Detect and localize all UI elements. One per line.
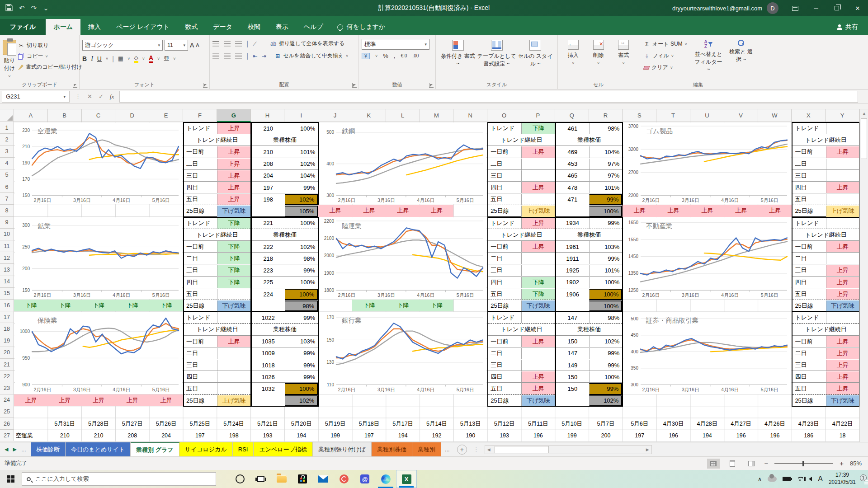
day-price[interactable]: 1902 (556, 277, 589, 288)
day-price[interactable]: 208 (252, 159, 285, 169)
strip-cell[interactable]: 下降 (48, 300, 82, 311)
column-header-L[interactable]: L (386, 109, 420, 122)
value-cell[interactable]: 190 (453, 430, 487, 441)
excel-taskbar-button[interactable]: X (396, 470, 417, 488)
day-label[interactable]: 二日 (488, 159, 521, 169)
current-pct[interactable]: 100% (285, 123, 318, 134)
day-price[interactable]: 1911 (556, 253, 589, 264)
row-header-27[interactable]: 27 (0, 430, 14, 441)
row-header-1[interactable]: 1 (0, 122, 14, 134)
date-cell[interactable]: 5月20日 (284, 418, 318, 430)
line25-value[interactable]: 下げ気味 (521, 395, 554, 406)
day-price[interactable]: 150 (556, 383, 589, 394)
row-header-5[interactable]: 5 (0, 169, 14, 181)
day-pct[interactable]: 99% (589, 348, 622, 359)
day-label[interactable]: 五日 (488, 194, 521, 205)
day-label[interactable]: 四日 (184, 371, 217, 382)
line25-value[interactable]: 下げ気味 (217, 206, 250, 216)
day-pct[interactable]: 99% (589, 194, 622, 205)
sheet-tab-業種別 グラフ[interactable]: 業種別 グラフ (131, 442, 179, 456)
row-header-13[interactable]: 13 (0, 264, 14, 276)
chart-空運業[interactable]: 2302101901701502月16日3月16日4月16日5月16日空運業 (15, 122, 182, 204)
format-as-table-button[interactable]: テーブルとして 書式設定 ~ (477, 37, 516, 79)
day-label[interactable]: 三日 (184, 360, 217, 371)
account-email[interactable]: dryyourtearswithlove1@gmail.com (672, 5, 762, 12)
current-price[interactable]: 221 (252, 218, 285, 229)
column-header-M[interactable]: M (420, 109, 454, 122)
line25-label[interactable]: 25日線 (793, 300, 826, 311)
day-pct[interactable]: 102% (285, 159, 318, 169)
day-pct[interactable]: 99% (285, 360, 318, 371)
current-price[interactable]: 147 (556, 312, 589, 323)
day-trend-value[interactable]: 上昇 (826, 146, 859, 157)
strip-cell[interactable]: 上昇 (115, 394, 149, 406)
battery-icon[interactable] (783, 477, 791, 481)
align-top-icon[interactable] (212, 41, 219, 47)
current-pct[interactable]: 100% (285, 218, 318, 229)
day-pct[interactable]: 102% (285, 241, 318, 252)
day-label[interactable]: 四日 (793, 371, 826, 382)
date-cell[interactable]: 5月12日 (487, 418, 521, 430)
task-view-button[interactable] (250, 470, 271, 488)
line25-price-empty[interactable] (556, 395, 589, 406)
trend-label[interactable]: トレンド (793, 123, 826, 134)
trend-value[interactable] (826, 123, 859, 134)
day-label[interactable]: 一日前 (184, 146, 217, 157)
day-label[interactable]: 二日 (793, 253, 826, 264)
font-color-button[interactable]: A (149, 54, 153, 63)
day-trend-value[interactable]: 下降 (521, 277, 554, 288)
line25-label[interactable]: 25日線 (184, 300, 217, 311)
day-label[interactable]: 二日 (488, 253, 521, 264)
ribbon-tab-表示[interactable]: 表示 (268, 19, 296, 35)
red-app-button[interactable] (334, 470, 354, 488)
row-header-20[interactable]: 20 (0, 347, 14, 359)
chart-銀行業[interactable]: 1701501301102月16日3月16日4月16日5月16日銀行業 (319, 312, 486, 394)
value-cell[interactable]: 199 (318, 430, 352, 441)
taskbar-search-input[interactable]: ここに入力して検索 (22, 472, 216, 486)
column-header-S[interactable]: S (623, 109, 656, 122)
ribbon-tab-挿入[interactable]: 挿入 (80, 19, 108, 35)
day-pct[interactable]: 102% (589, 336, 622, 347)
chart-証券・商品取引業[interactable]: 5004504003503002月16日3月16日4月16日5月16日証券・商品… (623, 312, 791, 394)
strip-cell[interactable]: 上昇 (724, 205, 758, 216)
number-dialog-launcher[interactable] (429, 83, 434, 88)
value-cell[interactable]: 199 (555, 430, 589, 441)
sheet-tab-業種別株価[interactable]: 業種別株価 (372, 442, 412, 456)
strip-cell[interactable]: 下降 (420, 300, 454, 311)
day-price[interactable]: 150 (556, 371, 589, 382)
line25-price-empty[interactable] (556, 300, 589, 311)
date-cell[interactable]: 5月25日 (183, 418, 217, 430)
row-header-22[interactable]: 22 (0, 371, 14, 382)
day-price[interactable]: 478 (556, 182, 589, 193)
day-trend-value[interactable]: 上昇 (521, 182, 554, 193)
column-header-N[interactable]: N (453, 109, 487, 122)
current-price[interactable]: 210 (252, 123, 285, 134)
clipboard-dialog-launcher[interactable] (73, 83, 77, 88)
day-pct[interactable]: 100% (589, 289, 622, 300)
insert-function-icon[interactable]: fx (110, 93, 114, 100)
column-header-Y[interactable]: Y (826, 109, 859, 122)
day-trend-value[interactable]: 下降 (521, 289, 554, 300)
font-color-dropdown[interactable]: ˅ (157, 56, 160, 61)
day-label[interactable]: 一日前 (488, 241, 521, 252)
sheet-tab-業種別張り付けば[interactable]: 業種別張り付けば (313, 442, 372, 456)
fill-button[interactable]: ⤓フィル˅ (642, 51, 689, 61)
line25-label[interactable]: 25日線 (184, 206, 217, 216)
trend-label[interactable]: トレンド (488, 123, 521, 134)
day-trend-value[interactable]: 上昇 (217, 194, 250, 205)
page-layout-view-button[interactable] (726, 459, 739, 469)
line25-pct[interactable]: 102% (589, 395, 622, 406)
column-header-X[interactable]: X (792, 109, 826, 122)
row-header-18[interactable]: 18 (0, 323, 14, 335)
strip-cell[interactable]: 上昇 (149, 394, 183, 406)
value-cell[interactable]: 210 (48, 430, 82, 441)
day-price[interactable]: 1925 (556, 265, 589, 276)
chart-陸運業[interactable]: 220021002000190018002月16日3月16日4月16日5月16日… (319, 217, 486, 299)
day-pct[interactable]: 99% (285, 265, 318, 276)
value-cell[interactable]: 208 (115, 430, 149, 441)
value-cell[interactable]: 197 (183, 430, 217, 441)
day-pct[interactable]: 104% (589, 146, 622, 157)
day-label[interactable]: 一日前 (488, 336, 521, 347)
zoom-in-button[interactable]: + (840, 460, 844, 467)
format-cells-button[interactable]: 書式˅ (611, 37, 636, 79)
